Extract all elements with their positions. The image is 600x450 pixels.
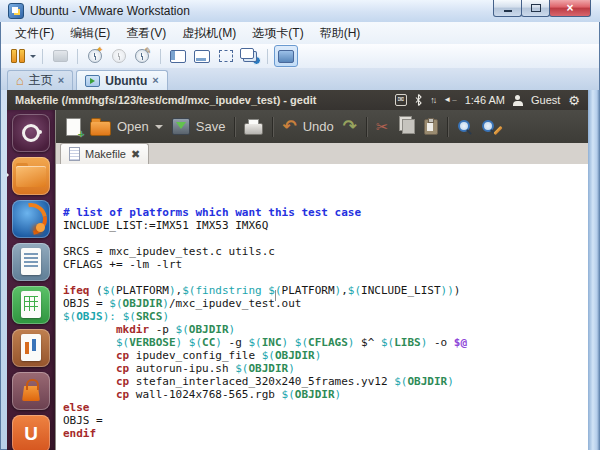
code-line: endif bbox=[63, 427, 588, 440]
gedit-toolbar: Open Save ↶ Undo ↷ ✂ bbox=[56, 110, 588, 143]
mail-icon[interactable]: ✉ bbox=[395, 94, 408, 106]
new-document-button[interactable] bbox=[66, 118, 81, 136]
libreoffice-calc-icon bbox=[12, 286, 50, 324]
undo-button[interactable]: ↶ Undo bbox=[282, 118, 333, 135]
replace-button[interactable] bbox=[481, 119, 503, 134]
copy-button[interactable] bbox=[398, 119, 415, 134]
launcher-libreoffice-calc[interactable] bbox=[12, 286, 50, 324]
minimize-button[interactable] bbox=[493, 0, 522, 17]
session-gear-icon[interactable]: ⚙ bbox=[568, 94, 580, 107]
bluetooth-icon[interactable] bbox=[415, 94, 422, 106]
gedit-tab-makefile[interactable]: Makefile ✖ bbox=[60, 143, 149, 164]
code-area[interactable]: # list of platforms which want this test… bbox=[56, 164, 588, 450]
save-button[interactable]: Save bbox=[172, 118, 226, 135]
chevron-down-icon[interactable] bbox=[30, 55, 36, 61]
cut-button[interactable]: ✂ bbox=[376, 119, 389, 134]
thumbnail-bar-icon bbox=[194, 50, 210, 63]
show-library-button[interactable] bbox=[167, 46, 189, 66]
dash-home-icon bbox=[12, 114, 50, 152]
unity-windows-icon bbox=[240, 48, 254, 59]
tab-ubuntu[interactable]: Ubuntu × bbox=[76, 70, 167, 90]
window-title: Ubuntu - VMware Workstation bbox=[30, 4, 190, 18]
code-line: ifeq ($(PLATFORM),$(findstring $(PLATFOR… bbox=[63, 284, 588, 297]
tab-ubuntu-label: Ubuntu bbox=[105, 74, 147, 88]
code-line: CFLAGS += -lm -lrt bbox=[63, 258, 588, 271]
launcher-dash-home[interactable] bbox=[12, 114, 50, 152]
menu-help[interactable]: 帮助(H) bbox=[312, 23, 369, 44]
vm-screen: Makefile (/mnt/hgfs/123/test/cmd/mxc_ipu… bbox=[7, 90, 588, 450]
fullscreen-icon bbox=[219, 50, 233, 62]
take-snapshot-button[interactable]: ✦ bbox=[84, 46, 106, 66]
gedit-tab-label: Makefile bbox=[85, 148, 126, 160]
revert-snapshot-button[interactable] bbox=[108, 46, 130, 66]
open-button[interactable]: Open bbox=[90, 118, 163, 136]
manage-snapshots-button[interactable]: ✎ bbox=[132, 46, 154, 66]
suspend-button[interactable] bbox=[10, 46, 36, 66]
document-icon bbox=[69, 147, 80, 161]
print-button[interactable] bbox=[244, 119, 263, 135]
text-cursor bbox=[275, 290, 276, 301]
vmware-workstation-window: Ubuntu - VMware Workstation × 文件(F)编辑(E)… bbox=[0, 0, 600, 450]
save-icon bbox=[172, 118, 190, 135]
snapshot-clock-icon bbox=[88, 49, 102, 63]
code-line: # list of platforms which want this test… bbox=[63, 206, 588, 219]
devices-button[interactable] bbox=[49, 46, 71, 66]
redo-button[interactable]: ↷ bbox=[343, 118, 357, 135]
vm-toolbar: ✦ ✎ bbox=[1, 44, 599, 69]
menu-edit[interactable]: 编辑(E) bbox=[62, 23, 118, 44]
redo-icon: ↷ bbox=[343, 118, 357, 135]
vmware-logo-icon bbox=[8, 3, 24, 19]
libreoffice-impress-icon bbox=[12, 329, 50, 367]
network-activity-icon[interactable]: ↑↓ bbox=[430, 96, 435, 105]
menu-tabs[interactable]: 选项卡(T) bbox=[244, 23, 311, 44]
home-icon: ⌂ bbox=[16, 74, 24, 87]
libreoffice-writer-icon bbox=[12, 243, 50, 281]
chevron-down-icon[interactable] bbox=[155, 125, 163, 133]
show-thumbnail-bar-button[interactable] bbox=[191, 46, 213, 66]
open-folder-icon bbox=[90, 121, 111, 136]
find-button[interactable] bbox=[457, 119, 472, 134]
code-line: cp autorun-ipu.sh $(OBJDIR) bbox=[63, 362, 588, 375]
window-controls: × bbox=[494, 0, 591, 17]
unity-mode-button[interactable] bbox=[239, 46, 261, 66]
launcher-ubuntu-software-center[interactable] bbox=[12, 372, 50, 410]
launcher-libreoffice-writer[interactable] bbox=[12, 243, 50, 281]
menu-vm[interactable]: 虚拟机(M) bbox=[174, 23, 244, 44]
panel-status-area: ✉ ↑↓ ◄ 1:46 AM Guest ⚙ bbox=[395, 94, 580, 107]
tab-close-icon[interactable]: × bbox=[152, 75, 158, 86]
menu-file[interactable]: 文件(F) bbox=[7, 23, 62, 44]
revert-clock-icon bbox=[112, 49, 126, 63]
print-icon bbox=[244, 123, 263, 135]
close-button[interactable]: × bbox=[549, 0, 591, 17]
launcher-ubuntu-one[interactable]: U bbox=[12, 415, 50, 450]
code-line: SRCS = mxc_ipudev_test.c utils.c bbox=[63, 245, 588, 258]
paste-button[interactable] bbox=[424, 119, 438, 135]
code-line: cp stefan_interlaced_320x240_5frames.yv1… bbox=[63, 375, 588, 388]
tab-close-icon[interactable]: ✖ bbox=[131, 149, 140, 160]
tab-close-icon[interactable]: × bbox=[58, 75, 64, 86]
toolbar-separator bbox=[272, 117, 273, 137]
user-icon[interactable] bbox=[513, 95, 523, 106]
launcher-firefox[interactable] bbox=[12, 200, 50, 238]
volume-icon[interactable]: ◄ bbox=[443, 96, 456, 104]
code-line bbox=[63, 271, 588, 284]
toolbar-separator bbox=[160, 49, 161, 64]
fullscreen-button[interactable] bbox=[215, 46, 237, 66]
maximize-button[interactable] bbox=[521, 0, 550, 17]
console-monitor-icon bbox=[278, 50, 294, 63]
menu-view[interactable]: 查看(V) bbox=[118, 23, 174, 44]
copy-icon bbox=[402, 119, 415, 134]
library-panel-icon bbox=[170, 50, 186, 63]
launcher-files[interactable] bbox=[12, 157, 50, 195]
launcher-libreoffice-impress[interactable] bbox=[12, 329, 50, 367]
devices-icon bbox=[53, 50, 68, 62]
save-label: Save bbox=[196, 119, 226, 134]
clock[interactable]: 1:46 AM bbox=[465, 94, 505, 106]
menubar: 文件(F)编辑(E)查看(V)虚拟机(M)选项卡(T)帮助(H) bbox=[1, 22, 599, 44]
toolbar-separator bbox=[234, 117, 235, 137]
code-line: cp ipudev_config_file $(OBJDIR) bbox=[63, 349, 588, 362]
firefox-icon bbox=[12, 200, 50, 238]
console-view-button[interactable] bbox=[274, 45, 298, 67]
user-name[interactable]: Guest bbox=[531, 94, 560, 106]
tab-home[interactable]: ⌂ 主页 × bbox=[7, 70, 73, 90]
